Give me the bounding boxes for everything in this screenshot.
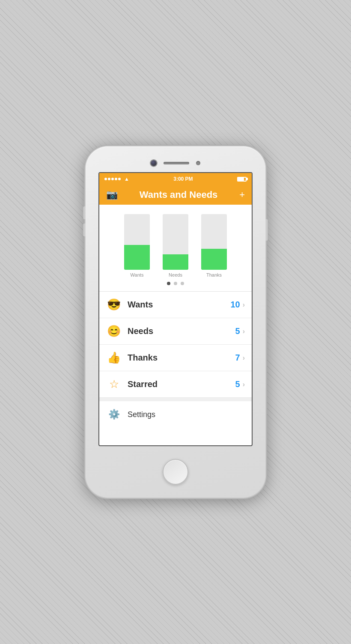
wifi-icon: ▲ xyxy=(124,176,129,182)
starred-count: 5 xyxy=(235,379,240,389)
bar-chart: Wants Needs Thanks xyxy=(124,213,227,277)
power-button xyxy=(265,219,268,241)
add-button[interactable]: + xyxy=(239,189,245,200)
page-dot-3[interactable] xyxy=(181,282,184,285)
settings-item[interactable]: ⚙️ Settings xyxy=(99,401,252,428)
signal-dot-4 xyxy=(115,178,117,180)
phone-screen: ▲ 3:00 PM 📷 Wants and Needs + Wa xyxy=(98,172,253,446)
bar-fill-thanks xyxy=(201,249,227,270)
list-item-wants[interactable]: 😎 Wants 10 › xyxy=(99,292,252,318)
camera-button[interactable]: 📷 xyxy=(106,189,118,200)
bar-needs xyxy=(163,214,188,270)
list-item-thanks[interactable]: 👍 Thanks 7 › xyxy=(99,345,252,371)
list-section: 😎 Wants 10 › 😊 Needs 5 › 👍 Thanks 7 › xyxy=(99,291,252,398)
bar-label-wants: Wants xyxy=(131,272,144,277)
bar-group-needs: Needs xyxy=(163,214,188,277)
battery-icon xyxy=(237,177,247,182)
bar-fill-needs xyxy=(163,254,188,270)
volume-up xyxy=(83,206,86,219)
front-camera xyxy=(151,160,157,166)
speaker xyxy=(164,162,189,164)
settings-section: ⚙️ Settings xyxy=(99,398,252,428)
sensor xyxy=(196,161,200,165)
needs-chevron: › xyxy=(243,328,245,335)
status-bar: ▲ 3:00 PM xyxy=(99,173,252,185)
needs-icon: 😊 xyxy=(106,324,122,339)
status-right xyxy=(237,177,247,182)
needs-label: Needs xyxy=(128,326,235,336)
bar-wants xyxy=(124,214,150,270)
thanks-icon: 👍 xyxy=(106,350,122,366)
phone-frame: ▲ 3:00 PM 📷 Wants and Needs + Wa xyxy=(86,146,265,498)
starred-icon: ☆ xyxy=(106,377,122,392)
home-button[interactable] xyxy=(163,459,188,485)
phone-top-area xyxy=(86,146,265,172)
starred-chevron: › xyxy=(243,381,245,388)
signal-dot-2 xyxy=(108,178,110,180)
status-left: ▲ xyxy=(104,176,129,182)
list-item-starred[interactable]: ☆ Starred 5 › xyxy=(99,371,252,398)
needs-count: 5 xyxy=(235,326,240,336)
chart-area: Wants Needs Thanks xyxy=(99,205,252,291)
thanks-label: Thanks xyxy=(128,353,235,363)
starred-label: Starred xyxy=(128,379,235,389)
app-title: Wants and Needs xyxy=(118,189,239,200)
signal-dot-1 xyxy=(104,178,107,180)
bar-group-thanks: Thanks xyxy=(201,214,227,277)
signal-dot-3 xyxy=(111,178,114,180)
bar-thanks xyxy=(201,214,227,270)
signal-dots xyxy=(104,178,121,180)
wants-label: Wants xyxy=(128,300,230,310)
page-indicators xyxy=(167,282,184,285)
bar-fill-wants xyxy=(124,245,150,270)
page-dot-1[interactable] xyxy=(167,282,170,285)
volume-down xyxy=(83,224,86,236)
bar-group-wants: Wants xyxy=(124,214,150,277)
thanks-count: 7 xyxy=(235,353,240,363)
battery-fill xyxy=(238,178,244,181)
page-dot-2[interactable] xyxy=(174,282,177,285)
phone-bottom xyxy=(163,446,188,498)
volume-buttons xyxy=(83,206,86,236)
settings-icon: ⚙️ xyxy=(106,407,122,422)
list-item-needs[interactable]: 😊 Needs 5 › xyxy=(99,318,252,345)
bar-label-thanks: Thanks xyxy=(206,272,222,277)
bar-label-needs: Needs xyxy=(169,272,182,277)
wants-count: 10 xyxy=(230,300,240,310)
signal-dot-5 xyxy=(118,178,121,180)
wants-chevron: › xyxy=(243,301,245,309)
thanks-chevron: › xyxy=(243,354,245,362)
status-time: 3:00 PM xyxy=(173,176,193,182)
navigation-bar: 📷 Wants and Needs + xyxy=(99,185,252,205)
settings-label: Settings xyxy=(128,410,155,419)
wants-icon: 😎 xyxy=(106,297,122,313)
